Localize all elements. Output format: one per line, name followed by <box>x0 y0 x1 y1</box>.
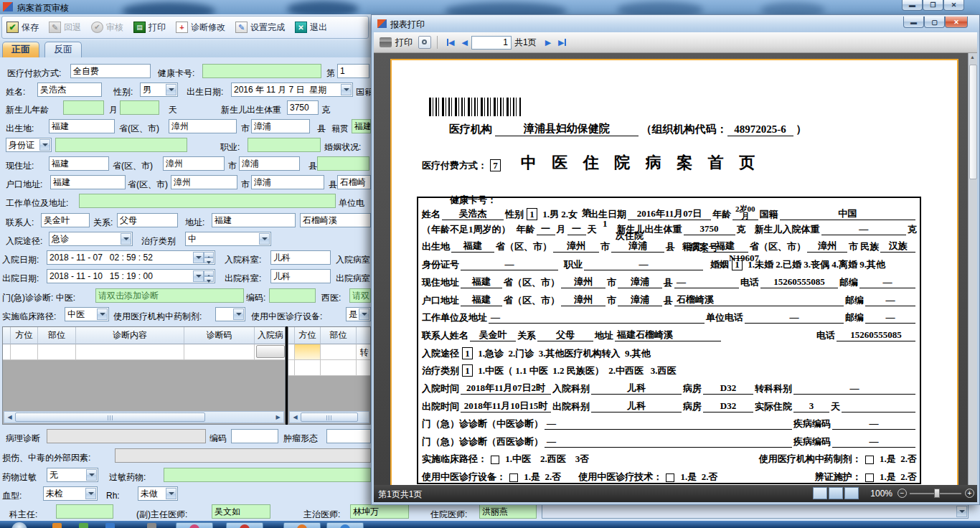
current-province-input[interactable]: 福建 <box>49 156 109 171</box>
id-type-combo[interactable]: 身份证 <box>6 138 52 152</box>
column-header[interactable]: 部位 <box>321 327 357 344</box>
column-header[interactable]: 诊断码 <box>184 327 255 344</box>
tab-front[interactable]: 正面 <box>2 42 39 57</box>
treatment-type-combo[interactable]: 中 <box>185 232 271 246</box>
clinical-path-combo[interactable]: 中医 <box>65 307 109 321</box>
taskbar-button[interactable] <box>283 522 321 528</box>
toolbar-print-button[interactable]: ▤打印 <box>133 22 166 34</box>
birth-weight-input[interactable]: 3750 <box>287 100 319 115</box>
page-number-input[interactable] <box>471 36 512 50</box>
contact-addr-input[interactable]: 福建 <box>212 213 296 227</box>
allergy-combo[interactable]: 无 <box>47 468 98 482</box>
admission-dept-input[interactable]: 儿科 <box>270 250 331 265</box>
toolbar-audit-button[interactable]: ✔审核 <box>91 22 123 34</box>
vertical-scrollbar[interactable]: ▲ <box>968 53 977 485</box>
prev-page-icon[interactable]: ◀ <box>461 37 467 47</box>
chief-input[interactable] <box>56 504 113 519</box>
report-maximize-button[interactable]: ▢ <box>924 16 945 28</box>
minimize-button[interactable]: ▬ <box>902 0 923 11</box>
resident-input[interactable]: 洪丽燕 <box>479 504 537 519</box>
selected-cell[interactable] <box>295 344 321 360</box>
tab-back[interactable]: 反面 <box>44 42 82 57</box>
column-header[interactable] <box>357 327 371 344</box>
start-button[interactable] <box>11 522 27 528</box>
tray-icon[interactable] <box>52 523 62 528</box>
column-header[interactable]: 部位 <box>38 327 76 344</box>
diagnosis-code-input[interactable] <box>269 288 316 303</box>
single-page-view-button[interactable] <box>813 487 827 499</box>
close-button[interactable]: ✕ <box>943 0 964 11</box>
toolbar-diagnosis-edit-button[interactable]: +诊断修改 <box>176 22 225 34</box>
column-header[interactable]: 入院病 <box>255 327 286 344</box>
western-diagnosis-input[interactable]: 请双 <box>349 288 371 303</box>
hukou-province-input[interactable]: 福建 <box>50 175 126 189</box>
report-close-button[interactable]: ✕ <box>945 16 968 28</box>
column-header[interactable]: 方位 <box>11 327 38 344</box>
work-input[interactable] <box>79 194 336 208</box>
column-header[interactable]: 方位 <box>295 327 321 344</box>
report-minimize-button[interactable]: ▬ <box>903 16 924 28</box>
jiguan-input[interactable]: 福建 <box>352 119 371 133</box>
gender-combo[interactable]: 男 <box>140 82 178 97</box>
bottom-combo[interactable] <box>542 504 969 519</box>
pathology-input[interactable] <box>47 429 206 443</box>
print-settings-icon[interactable] <box>418 36 431 49</box>
relation-input[interactable]: 父母 <box>117 213 178 227</box>
zoom-out-button[interactable]: − <box>897 489 907 498</box>
payment-input[interactable]: 全自费 <box>70 64 151 78</box>
print-button[interactable]: 打印 <box>395 37 413 49</box>
attending-input[interactable]: 林坤万 <box>350 504 409 519</box>
occupation-input[interactable] <box>248 138 321 152</box>
next-page-icon[interactable]: ▶ <box>545 37 551 47</box>
contact-input[interactable]: 吴金叶 <box>41 213 90 227</box>
toolbar-exit-button[interactable]: ✕退出 <box>295 22 327 34</box>
horizontal-scrollbar[interactable]: ◀ <box>289 411 369 423</box>
id-number-input[interactable] <box>55 138 187 152</box>
current-city-input[interactable]: 漳州 <box>163 156 225 171</box>
tray-icon[interactable] <box>79 523 88 528</box>
name-input[interactable]: 吴浩杰 <box>37 82 102 97</box>
horizontal-scrollbar[interactable]: ◀ ▶ <box>4 411 284 423</box>
column-header[interactable]: 诊断内容 <box>76 327 184 344</box>
birthplace-city-input[interactable]: 漳州 <box>169 119 237 133</box>
taskbar-button[interactable] <box>326 522 364 528</box>
outpatient-diagnosis-input[interactable]: 请双击添加诊断 <box>95 288 244 303</box>
hukou-detail-input[interactable]: 石榴崎 <box>337 175 371 189</box>
contact-addr2-input[interactable]: 石榴崎溪 <box>300 213 371 227</box>
newborn-day-input[interactable] <box>120 100 159 115</box>
discharge-date-input[interactable]: 2018 - 11 - 10 15 : 19 : 00 <box>47 269 215 283</box>
admission-seq-input[interactable]: 1 <box>337 64 369 78</box>
discharge-dept-input[interactable]: 儿科 <box>270 269 331 283</box>
zoom-slider-thumb[interactable] <box>934 489 940 498</box>
admission-path-combo[interactable]: 急诊 <box>49 232 133 246</box>
newborn-month-input[interactable] <box>63 100 104 115</box>
rh-combo[interactable]: 未做 <box>138 486 178 501</box>
taskbar-button[interactable] <box>176 522 213 528</box>
ellipsis-button[interactable] <box>256 345 285 358</box>
allergy-drug-input[interactable] <box>164 468 371 482</box>
birthplace-county-input[interactable]: 漳浦 <box>251 119 310 133</box>
current-detail-input[interactable] <box>317 156 369 171</box>
birthplace-province-input[interactable]: 福建 <box>49 119 115 133</box>
toolbar-setup-done-button[interactable]: ✎设置完成 <box>235 22 285 34</box>
admission-date-input[interactable]: 2018 - 11 - 07 02 : 59 : 52 <box>47 250 215 265</box>
zoom-in-button[interactable]: + <box>965 489 974 498</box>
toolbar-undo-button[interactable]: ✎回退 <box>49 22 81 34</box>
pathology-code-input[interactable] <box>231 429 278 443</box>
toolbar-save-button[interactable]: ✔保存 <box>6 22 39 34</box>
tumor-input[interactable] <box>326 429 371 443</box>
health-card-input[interactable] <box>202 64 321 78</box>
herbal-combo[interactable] <box>215 307 245 321</box>
taskbar-button[interactable] <box>226 522 263 528</box>
last-page-icon[interactable]: ▶ <box>558 37 565 47</box>
tcm-device-combo[interactable]: 是 <box>346 307 371 321</box>
maximize-button[interactable]: ❐ <box>923 0 943 11</box>
hukou-city-input[interactable]: 漳州 <box>171 175 237 189</box>
current-county-input[interactable]: 漳浦 <box>239 156 300 171</box>
tray-icon[interactable] <box>147 523 156 528</box>
birthdate-input[interactable]: 2016 年 11 月 7 日 星期 <box>231 82 353 97</box>
multi-page-view-button[interactable] <box>844 487 859 499</box>
injury-input[interactable] <box>115 448 371 463</box>
first-page-icon[interactable]: ◀ <box>447 37 454 47</box>
continuous-view-button[interactable] <box>829 487 843 499</box>
